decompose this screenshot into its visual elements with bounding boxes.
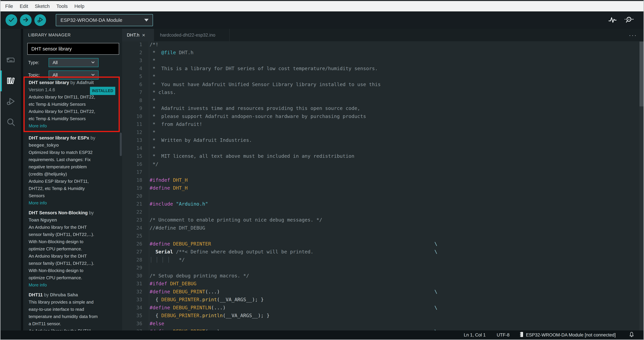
- line-number: 18: [122, 176, 142, 184]
- line-number: 20: [122, 192, 142, 200]
- status-bar: Ln 1, Col 1 UTF-8 ESP32-WROOM-DA Module …: [0, 330, 644, 339]
- more-actions-icon[interactable]: ···: [629, 29, 637, 41]
- line-number: 37: [122, 327, 142, 330]
- line-number: 27: [122, 248, 142, 256]
- code-text: #include "Arduino.h": [150, 201, 208, 207]
- library-entry[interactable]: DHT Sensors Non-Blocking by Toan NguyenA…: [24, 208, 120, 290]
- menu-sketch[interactable]: Sketch: [32, 1, 53, 12]
- code-text: #define DEBUG_PRINTLN(...)\: [150, 305, 226, 310]
- entry-description-line: a DHT11 sensor.: [29, 320, 118, 327]
- menu-help[interactable]: Help: [71, 1, 88, 12]
- board-selector-label: ESP32-WROOM-DA Module: [60, 18, 142, 23]
- sidebar-item-search[interactable]: [0, 112, 21, 133]
- code-text: * You must have Adafruit Unified Sensor …: [150, 82, 381, 87]
- tab-DHT.h[interactable]: DHT.h×: [122, 29, 154, 41]
- type-filter-select[interactable]: All: [48, 58, 98, 67]
- library-entry[interactable]: DHT11 by Dhruba SahaThis library provide…: [24, 290, 120, 330]
- sidebar-item-debug[interactable]: [0, 91, 21, 112]
- library-entry[interactable]: DHT sensor library for ESPx by beegee_to…: [24, 133, 120, 208]
- notifications-bell-icon[interactable]: [628, 331, 635, 339]
- line-number: 36: [122, 320, 142, 328]
- sidebar-item-boards-manager[interactable]: [0, 50, 21, 71]
- more-info-link[interactable]: More info: [29, 122, 117, 129]
- library-entry[interactable]: DHT sensor library by AdafruitVersion 1.…: [24, 77, 120, 132]
- upload-button[interactable]: [20, 14, 32, 26]
- chip-icon: [520, 331, 526, 338]
- line-number: 34: [122, 304, 142, 312]
- line-number: 13: [122, 136, 142, 144]
- library-search-input[interactable]: [27, 43, 119, 55]
- more-info-link[interactable]: More info: [29, 281, 118, 289]
- serial-plotter-icon[interactable]: [608, 16, 617, 25]
- code-line-19: 19#define DHT_H: [122, 184, 644, 192]
- code-line-7: 7 * class.: [122, 88, 644, 96]
- line-number: 17: [122, 168, 142, 176]
- verify-button[interactable]: [6, 14, 17, 26]
- entry-title-line: DHT sensor library for ESPx by: [29, 134, 118, 142]
- line-number: 15: [122, 152, 142, 160]
- library-list: DHT sensor library by AdafruitVersion 1.…: [23, 77, 122, 330]
- editor-scrollbar[interactable]: [640, 41, 644, 330]
- code-line-4: 4 * This is a library for DHT series of …: [122, 65, 644, 73]
- arduino-ide-window: FileEditSketchToolsHelp ESP32-WROOM-DA M…: [0, 0, 644, 340]
- check-icon: [8, 17, 15, 24]
- line-number: 31: [122, 280, 142, 288]
- close-icon[interactable]: ×: [142, 32, 145, 38]
- entry-description-line: etc Temp & Humidity Sensors: [29, 101, 117, 108]
- code-line-22: 22: [122, 208, 644, 216]
- board-selector[interactable]: ESP32-WROOM-DA Module: [56, 14, 153, 26]
- entry-description-line: etc Temp & Humidity Sensors: [29, 115, 117, 122]
- code-text: * MIT license, all text above must be in…: [150, 153, 354, 159]
- code-text: * Written by Adafruit Industries.: [150, 137, 252, 143]
- code-text: * Adafruit invests time and resources pr…: [150, 105, 360, 111]
- entry-description-line: negative temperature problem: [29, 163, 118, 171]
- toolbar: ESP32-WROOM-DA Module: [0, 12, 644, 29]
- line-number: 4: [122, 65, 142, 73]
- code-text: #else: [150, 321, 164, 326]
- entry-title-line: DHT11 by Dhruba Saha: [29, 291, 118, 298]
- code-line-13: 13 * Written by Adafruit Industries.: [122, 136, 644, 144]
- menu-file[interactable]: File: [2, 1, 16, 12]
- code-text: *: [150, 74, 156, 79]
- code-text: #define DEBUG_PRINT(...)\: [150, 289, 220, 294]
- more-info-link[interactable]: More info: [29, 199, 118, 207]
- code-text: { DEBUG_PRINTER.print(__VA_ARGS__); }: [150, 297, 264, 302]
- tab-hardcoded-dht22-esp32.ino[interactable]: hardcoded-dht22-esp32.ino: [154, 29, 230, 41]
- entry-description-line: With Non-Blocking design to: [29, 238, 118, 245]
- entry-title-line: Toan Nguyen: [29, 217, 118, 224]
- sidebar-item-library-manager[interactable]: [0, 71, 21, 91]
- panel-scrollbar-thumb[interactable]: [120, 133, 122, 156]
- code-text: *: [150, 58, 156, 63]
- entry-title-line: DHT Sensors Non-Blocking by: [29, 209, 118, 217]
- code-line-34: 34#define DEBUG_PRINTLN(...)\: [122, 304, 644, 312]
- code-line-14: 14 *: [122, 144, 644, 152]
- code-line-20: 20: [122, 192, 644, 200]
- cursor-position[interactable]: Ln 1, Col 1: [464, 332, 486, 338]
- code-line-23: 23/* Uncomment to enable printing out ni…: [122, 216, 644, 224]
- line-number: 10: [122, 112, 142, 120]
- entry-description-line: DHT22, etc Temp & Humidity: [29, 185, 118, 192]
- menu-tools[interactable]: Tools: [53, 1, 71, 12]
- code-line-29: 29: [122, 264, 644, 272]
- entry-description-line: sensor family (DHT11, DHT22,...).: [29, 231, 118, 238]
- entry-description-line: (credits @helijunky): [29, 171, 118, 178]
- serial-monitor-icon[interactable]: [624, 16, 634, 25]
- editor-scrollbar-thumb[interactable]: [640, 42, 644, 106]
- line-number: 30: [122, 272, 142, 280]
- code-editor[interactable]: 1/*!2 * @file DHT.h3 *4 * This is a libr…: [122, 41, 644, 330]
- code-text: #define DHT_H: [150, 185, 188, 191]
- chevron-down-icon: [144, 19, 148, 22]
- debug-button[interactable]: [34, 14, 46, 26]
- line-number: 2: [122, 49, 142, 57]
- sidebar-item-sketchbook[interactable]: [0, 29, 21, 50]
- status-board[interactable]: ESP32-WROOM-DA Module [not connected]: [520, 331, 616, 338]
- code-text: #ifndef DHT_H: [150, 177, 188, 183]
- encoding[interactable]: UTF-8: [497, 332, 510, 338]
- code-line-26: 26#define DEBUG_PRINTER\: [122, 240, 644, 248]
- line-number: 29: [122, 264, 142, 272]
- line-number: 16: [122, 160, 142, 168]
- menu-edit[interactable]: Edit: [16, 1, 32, 12]
- code-text: * @file DHT.h: [150, 50, 194, 55]
- installed-badge: INSTALLED: [90, 87, 115, 95]
- line-number: 14: [122, 144, 142, 152]
